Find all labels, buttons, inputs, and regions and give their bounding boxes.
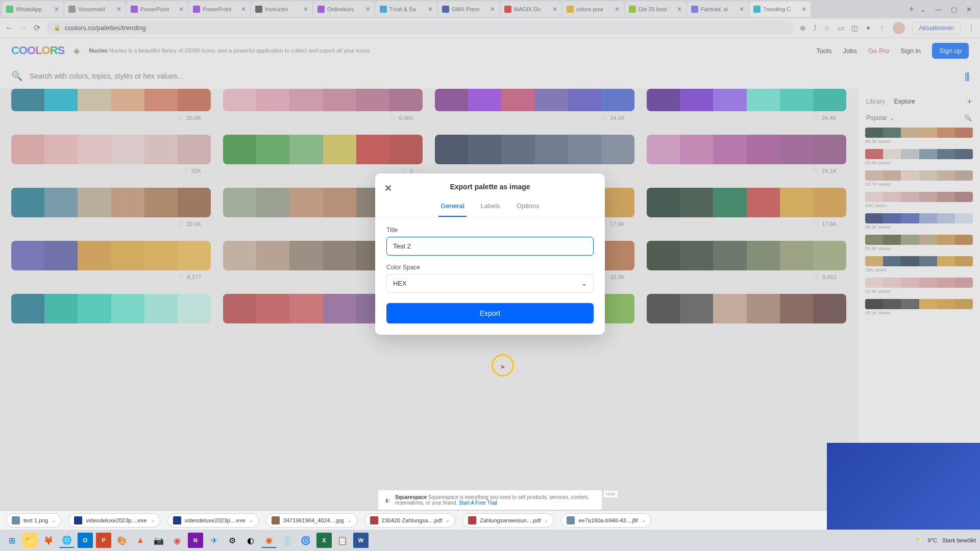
modal-tab-labels[interactable]: Labels xyxy=(479,198,502,217)
back-button[interactable]: ← xyxy=(5,23,13,33)
app-icon-2[interactable]: 📷 xyxy=(151,533,166,548)
telegram-icon[interactable]: ✈ xyxy=(206,533,222,548)
palette-card[interactable]: ♡32K⋯ xyxy=(11,135,211,178)
browser-tab[interactable]: Trending C✕ xyxy=(749,2,811,17)
update-button[interactable]: Aktualisieren xyxy=(912,22,961,34)
palette-card[interactable]: ♡20.6K⋯ xyxy=(11,188,211,231)
colorspace-select[interactable]: HEX ⌄ xyxy=(386,274,594,293)
search-input[interactable] xyxy=(30,72,958,80)
extensions-icon[interactable]: ◫ xyxy=(851,24,858,32)
app-icon-7[interactable]: 💿 xyxy=(280,533,295,548)
app-icon-3[interactable]: ◉ xyxy=(169,533,185,548)
app-icon-8[interactable]: 📋 xyxy=(335,533,350,548)
download-item[interactable]: videodeluxe2023p....exe⌄ xyxy=(68,513,160,528)
ad-cta-link[interactable]: Start A Free Trial xyxy=(459,500,497,506)
promo-banner[interactable]: Nucleo Nucleo is a beautiful library of … xyxy=(89,47,371,54)
mini-palette[interactable] xyxy=(865,149,973,159)
browser-tab[interactable]: WhatsApp✕ xyxy=(2,2,63,17)
nav-signin[interactable]: Sign in xyxy=(900,47,921,55)
share-icon[interactable]: ⤴ xyxy=(813,24,817,32)
sidebar-search-icon[interactable]: 🔍 xyxy=(964,114,972,121)
app-icon-5[interactable]: ◐ xyxy=(243,533,258,548)
browser-tab[interactable]: Farbrad, ei✕ xyxy=(687,2,748,17)
outlook-icon[interactable]: O xyxy=(78,533,93,548)
excel-icon[interactable]: X xyxy=(316,533,332,548)
mini-palette[interactable] xyxy=(865,299,973,309)
start-button[interactable]: ⊞ xyxy=(4,533,19,548)
title-input[interactable] xyxy=(386,237,594,256)
browser-tab[interactable]: colors pow✕ xyxy=(562,2,624,17)
puzzle-icon[interactable]: ✦ xyxy=(865,24,871,32)
filter-icon[interactable]: ||| xyxy=(965,71,969,82)
palette-card[interactable]: ♡9,662⋯ xyxy=(647,241,846,284)
translate-icon[interactable]: ⊕ xyxy=(800,24,806,32)
onenote-icon[interactable]: N xyxy=(188,533,203,548)
mini-palette[interactable] xyxy=(865,192,973,202)
ad-banner[interactable]: ◐ Squarespace Squarespace is everything … xyxy=(378,490,602,510)
browser-tab[interactable]: Voranmeld✕ xyxy=(64,2,126,17)
mini-palette[interactable] xyxy=(865,213,973,223)
sidebar-tab-explore[interactable]: Explore xyxy=(894,98,915,105)
modal-tab-general[interactable]: General xyxy=(438,198,466,217)
powerpoint-icon[interactable]: P xyxy=(96,533,111,548)
edge-icon[interactable]: 🌀 xyxy=(298,533,313,548)
profile-avatar[interactable] xyxy=(893,22,905,34)
browser-tab[interactable]: Onlinekurs✕ xyxy=(313,2,375,17)
browser-tab[interactable]: Die 25 best✕ xyxy=(625,2,686,17)
browser-tab[interactable]: MAGIX Do✕ xyxy=(500,2,561,17)
coolors-logo[interactable]: COOLORS xyxy=(11,44,64,57)
mini-palette[interactable] xyxy=(865,278,973,288)
download-item[interactable]: test 1.png⌄ xyxy=(6,513,61,528)
sidebar-tab-library[interactable]: Library xyxy=(866,98,885,105)
reload-button[interactable]: ⟳ xyxy=(34,23,40,33)
sort-dropdown[interactable]: Popular ⌄ xyxy=(866,114,894,121)
weather-icon[interactable]: ⛅ xyxy=(916,537,923,544)
palette-card[interactable]: ♡8,177⋯ xyxy=(11,241,211,284)
palette-card[interactable]: ♡24.1K⋯ xyxy=(647,135,846,178)
browser-tab[interactable]: PowerPoint✕ xyxy=(127,2,188,17)
palette-card[interactable]: ♡24.4K⋯ xyxy=(647,89,846,124)
mini-palette[interactable] xyxy=(865,128,973,138)
maximize-icon[interactable]: ▢ xyxy=(951,6,957,13)
app-icon-1[interactable]: 🎨 xyxy=(114,533,130,548)
mini-palette[interactable] xyxy=(865,170,973,181)
download-item[interactable]: 230420 Zahlungsa....pdf⌄ xyxy=(364,513,456,528)
browser-tab[interactable]: Trust & Sa✕ xyxy=(376,2,437,17)
download-item[interactable]: ee7a180a-b948-43....jfif⌄ xyxy=(561,513,651,528)
download-item[interactable]: videodeluxe2023p....exe⌄ xyxy=(167,513,259,528)
url-input[interactable]: 🔒 coolors.co/palettes/trending xyxy=(46,21,794,35)
browser-tab[interactable]: PowerPoint✕ xyxy=(189,2,250,17)
explorer-icon[interactable]: 📁 xyxy=(22,533,38,548)
menu-icon[interactable]: ⋮ xyxy=(878,24,886,32)
download-item[interactable]: Zahlungsanweisun....pdf⌄ xyxy=(462,513,554,528)
app-icon-4[interactable]: ⚙ xyxy=(225,533,240,548)
app-icon-6[interactable]: ◉ xyxy=(261,533,277,548)
forward-button[interactable]: → xyxy=(19,23,28,33)
download-item[interactable]: 3471961984_4024....jpg⌄ xyxy=(266,513,357,528)
browser-tab[interactable]: GMX Prem✕ xyxy=(438,2,499,17)
chevron-down-icon[interactable]: ⌄ xyxy=(920,6,926,13)
bookmark-icon[interactable]: ☆ xyxy=(824,24,830,32)
mini-palette[interactable] xyxy=(865,235,973,245)
mini-palette[interactable] xyxy=(865,256,973,266)
kebab-icon[interactable]: ⋮ xyxy=(968,24,975,32)
modal-tab-options[interactable]: Options xyxy=(514,198,542,217)
vlc-icon[interactable]: ▲ xyxy=(133,533,148,548)
palette-card[interactable]: ♡6,065⋯ xyxy=(223,89,423,124)
chrome-icon[interactable]: 🌐 xyxy=(59,533,75,548)
minimize-icon[interactable]: — xyxy=(935,6,942,13)
signup-button[interactable]: Sign up xyxy=(932,43,969,59)
browser-tab[interactable]: Instructor✕ xyxy=(251,2,312,17)
export-button[interactable]: Export xyxy=(386,303,594,323)
palette-card[interactable]: ♡20.6K⋯ xyxy=(11,89,211,124)
sidebar-add-button[interactable]: + xyxy=(967,97,972,106)
nav-jobs[interactable]: Jobs xyxy=(843,47,857,55)
new-tab-button[interactable]: + xyxy=(903,4,919,15)
nav-gopro[interactable]: Go Pro xyxy=(868,47,889,55)
palette-card[interactable]: ♡24.1K⋯ xyxy=(435,89,634,124)
ad-hide-button[interactable]: HIDE xyxy=(603,490,618,498)
close-window-icon[interactable]: ✕ xyxy=(966,6,972,13)
palette-card[interactable] xyxy=(647,294,846,323)
palette-card[interactable]: ♡17.6K⋯ xyxy=(647,188,846,231)
word-icon[interactable]: W xyxy=(353,533,369,548)
